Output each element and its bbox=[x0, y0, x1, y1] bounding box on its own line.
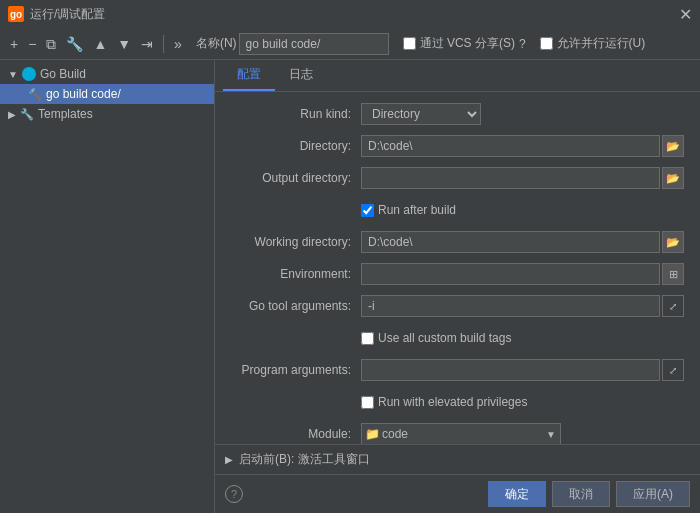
output-dir-browse-btn[interactable]: 📂 bbox=[662, 167, 684, 189]
module-folder-icon: 📁 bbox=[362, 426, 378, 442]
working-dir-control: 📂 bbox=[361, 231, 684, 253]
run-after-build-control: Run after build bbox=[361, 203, 684, 217]
sidebar: ▼ Go Build 🔨 go build code/ ▶ 🔧 Template… bbox=[0, 60, 215, 513]
sidebar-item-gobuild-code[interactable]: 🔨 go build code/ bbox=[0, 84, 214, 104]
parallel-run-checkbox[interactable] bbox=[540, 37, 553, 50]
run-kind-control: Directory File Package bbox=[361, 103, 684, 125]
module-control: 📁 code ▼ bbox=[361, 423, 684, 444]
startup-section: ▶ 启动前(B): 激活工具窗口 bbox=[215, 444, 700, 474]
program-args-row: Program arguments: ⤢ bbox=[231, 358, 684, 382]
working-dir-row: Working directory: 📂 bbox=[231, 230, 684, 254]
environment-label: Environment: bbox=[231, 267, 361, 281]
name-label: 名称(N) bbox=[196, 35, 237, 52]
right-panel: 配置 日志 Run kind: Directory File Package D… bbox=[215, 60, 700, 513]
up-button[interactable]: ▲ bbox=[89, 35, 111, 53]
run-kind-row: Run kind: Directory File Package bbox=[231, 102, 684, 126]
tab-log[interactable]: 日志 bbox=[275, 60, 327, 91]
directory-control: 📂 bbox=[361, 135, 684, 157]
custom-tags-label[interactable]: Use all custom build tags bbox=[361, 331, 511, 345]
vcs-share-group: 通过 VCS 分享(S) ? bbox=[403, 35, 526, 52]
run-kind-label: Run kind: bbox=[231, 107, 361, 121]
run-kind-select[interactable]: Directory File Package bbox=[361, 103, 481, 125]
config-name-input[interactable] bbox=[239, 33, 389, 55]
toolbar: + − ⧉ 🔧 ▲ ▼ ⇥ » 名称(N) 通过 VCS 分享(S) ? 允许并… bbox=[0, 28, 700, 60]
module-label: Module: bbox=[231, 427, 361, 441]
output-dir-control: 📂 bbox=[361, 167, 684, 189]
elevated-control: Run with elevated privileges bbox=[361, 395, 684, 409]
environment-row: Environment: ⊞ bbox=[231, 262, 684, 286]
help-icon[interactable]: ? bbox=[225, 485, 243, 503]
gobuild-arrow-icon: ▼ bbox=[8, 69, 18, 80]
program-args-label: Program arguments: bbox=[231, 363, 361, 377]
copy-button[interactable]: ⧉ bbox=[42, 35, 60, 53]
go-tool-args-row: Go tool arguments: ⤢ bbox=[231, 294, 684, 318]
add-button[interactable]: + bbox=[6, 35, 22, 53]
dialog-title: 运行/调试配置 bbox=[30, 6, 105, 23]
sidebar-item-gobuild[interactable]: ▼ Go Build bbox=[0, 64, 214, 84]
program-args-expand-btn[interactable]: ⤢ bbox=[662, 359, 684, 381]
main-content: ▼ Go Build 🔨 go build code/ ▶ 🔧 Template… bbox=[0, 60, 700, 513]
vcs-share-checkbox[interactable] bbox=[403, 37, 416, 50]
gobuild-label: Go Build bbox=[40, 67, 86, 81]
elevated-row: Run with elevated privileges bbox=[231, 390, 684, 414]
remove-button[interactable]: − bbox=[24, 35, 40, 53]
working-dir-browse-btn[interactable]: 📂 bbox=[662, 231, 684, 253]
custom-tags-row: Use all custom build tags bbox=[231, 326, 684, 350]
module-select-box[interactable]: 📁 code ▼ bbox=[361, 423, 561, 444]
close-button[interactable]: ✕ bbox=[679, 5, 692, 24]
program-args-control: ⤢ bbox=[361, 359, 684, 381]
run-after-build-row: Run after build bbox=[231, 198, 684, 222]
app-icon: go bbox=[8, 6, 24, 22]
wrench-button[interactable]: 🔧 bbox=[62, 35, 87, 53]
startup-label: 启动前(B): 激活工具窗口 bbox=[239, 451, 370, 468]
parallel-run-group: 允许并行运行(U) bbox=[540, 35, 646, 52]
tab-config[interactable]: 配置 bbox=[223, 60, 275, 91]
environment-edit-btn[interactable]: ⊞ bbox=[662, 263, 684, 285]
elevated-label[interactable]: Run with elevated privileges bbox=[361, 395, 527, 409]
title-bar: go 运行/调试配置 ✕ bbox=[0, 0, 700, 28]
output-dir-input[interactable] bbox=[361, 167, 660, 189]
startup-arrow-icon[interactable]: ▶ bbox=[225, 454, 233, 465]
move-button[interactable]: ⇥ bbox=[137, 35, 157, 53]
run-after-build-checkbox[interactable] bbox=[361, 204, 374, 217]
bottom-bar: ? 确定 取消 应用(A) bbox=[215, 474, 700, 513]
run-after-build-text: Run after build bbox=[378, 203, 456, 217]
gobuild-code-label: go build code/ bbox=[46, 87, 121, 101]
working-dir-input[interactable] bbox=[361, 231, 660, 253]
environment-input[interactable] bbox=[361, 263, 660, 285]
down-button[interactable]: ▼ bbox=[113, 35, 135, 53]
program-args-input[interactable] bbox=[361, 359, 660, 381]
go-tool-args-expand-btn[interactable]: ⤢ bbox=[662, 295, 684, 317]
ok-button[interactable]: 确定 bbox=[488, 481, 546, 507]
apply-button[interactable]: 应用(A) bbox=[616, 481, 690, 507]
templates-arrow-icon: ▶ bbox=[8, 109, 16, 120]
vcs-help-icon[interactable]: ? bbox=[519, 37, 526, 51]
working-dir-label: Working directory: bbox=[231, 235, 361, 249]
elevated-text: Run with elevated privileges bbox=[378, 395, 527, 409]
custom-tags-checkbox[interactable] bbox=[361, 332, 374, 345]
directory-browse-btn[interactable]: 📂 bbox=[662, 135, 684, 157]
output-dir-label: Output directory: bbox=[231, 171, 361, 185]
vcs-share-label: 通过 VCS 分享(S) bbox=[420, 35, 515, 52]
module-row: Module: 📁 code ▼ bbox=[231, 422, 684, 444]
gobuild-go-icon bbox=[22, 67, 36, 81]
cancel-button[interactable]: 取消 bbox=[552, 481, 610, 507]
directory-label: Directory: bbox=[231, 139, 361, 153]
sidebar-item-templates[interactable]: ▶ 🔧 Templates bbox=[0, 104, 214, 124]
directory-row: Directory: 📂 bbox=[231, 134, 684, 158]
module-dropdown-icon: ▼ bbox=[546, 429, 560, 440]
gobuild-code-icon: 🔨 bbox=[28, 88, 42, 101]
go-tool-args-input[interactable] bbox=[361, 295, 660, 317]
environment-control: ⊞ bbox=[361, 263, 684, 285]
directory-input[interactable] bbox=[361, 135, 660, 157]
run-after-build-label[interactable]: Run after build bbox=[361, 203, 456, 217]
go-tool-args-label: Go tool arguments: bbox=[231, 299, 361, 313]
output-dir-row: Output directory: 📂 bbox=[231, 166, 684, 190]
custom-tags-text: Use all custom build tags bbox=[378, 331, 511, 345]
tabs-bar: 配置 日志 bbox=[215, 60, 700, 92]
toolbar-divider bbox=[163, 35, 164, 53]
elevated-checkbox[interactable] bbox=[361, 396, 374, 409]
custom-tags-control: Use all custom build tags bbox=[361, 331, 684, 345]
more-button[interactable]: » bbox=[170, 35, 186, 53]
go-tool-args-control: ⤢ bbox=[361, 295, 684, 317]
